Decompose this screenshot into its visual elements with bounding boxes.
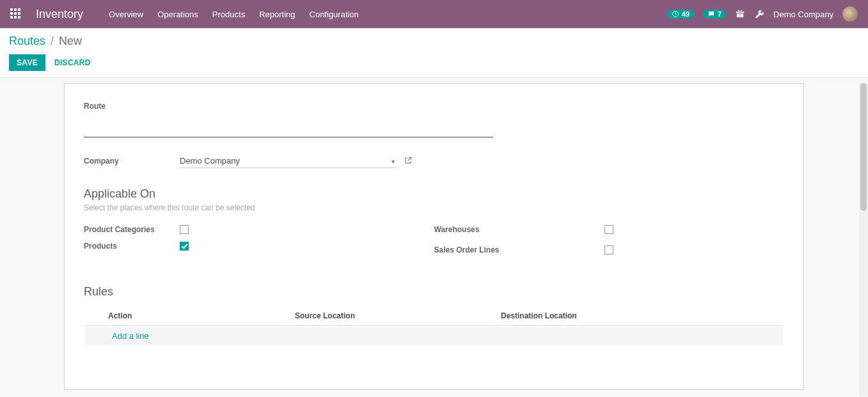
scrollbar-thumb[interactable]: [860, 83, 867, 211]
user-avatar[interactable]: [842, 6, 858, 22]
discuss-counter[interactable]: 7: [703, 10, 726, 19]
activity-count: 49: [682, 10, 690, 18]
product-categories-checkbox[interactable]: [180, 225, 189, 234]
route-label: Route: [84, 102, 784, 111]
breadcrumb-sep: /: [51, 35, 54, 48]
clock-icon: [672, 10, 679, 18]
route-input[interactable]: [84, 113, 493, 137]
chevron-down-icon[interactable]: ▾: [391, 158, 395, 165]
nav-products[interactable]: Products: [212, 10, 245, 19]
warehouses-checkbox[interactable]: [604, 225, 613, 234]
table-row: Add a line: [85, 327, 783, 345]
wrench-icon[interactable]: [754, 9, 764, 19]
nav-operations[interactable]: Operations: [157, 10, 198, 19]
app-brand[interactable]: Inventory: [36, 8, 83, 21]
msg-count: 7: [718, 10, 722, 18]
company-switcher[interactable]: Demo Company: [773, 10, 833, 19]
rules-table: Action Source Location Destination Locat…: [84, 305, 784, 346]
topbar: Inventory Overview Operations Products R…: [0, 0, 868, 28]
external-link-icon[interactable]: [404, 156, 413, 167]
breadcrumb: Routes / New: [9, 35, 859, 48]
save-button[interactable]: SAVE: [9, 54, 45, 71]
col-action[interactable]: Action: [85, 306, 290, 326]
activity-counter[interactable]: 49: [667, 10, 694, 19]
company-value: Demo Company: [180, 156, 240, 166]
warehouses-label: Warehouses: [434, 225, 604, 234]
col-destination-location[interactable]: Destination Location: [497, 306, 783, 326]
nav-menu: Overview Operations Products Reporting C…: [109, 10, 359, 19]
chat-icon: [707, 10, 715, 18]
gift-icon[interactable]: [735, 9, 745, 19]
products-label: Products: [84, 242, 180, 251]
scrollbar[interactable]: [859, 83, 868, 396]
add-line-link[interactable]: Add a line: [89, 331, 149, 341]
breadcrumb-parent[interactable]: Routes: [9, 35, 45, 48]
form-sheet: Route Company Demo Company ▾ Applicable …: [64, 83, 804, 390]
nav-overview[interactable]: Overview: [109, 10, 143, 19]
form-sheet-wrap: Route Company Demo Company ▾ Applicable …: [0, 78, 868, 392]
control-panel: Routes / New SAVE DISCARD: [0, 28, 868, 78]
section-applicable-on: Applicable On: [84, 187, 784, 201]
section-applicable-help: Select the places where this route can b…: [84, 203, 784, 212]
sales-order-lines-checkbox[interactable]: [604, 245, 613, 254]
col-source-location[interactable]: Source Location: [291, 306, 496, 326]
company-field[interactable]: Demo Company ▾: [180, 154, 397, 168]
nav-reporting[interactable]: Reporting: [259, 10, 295, 19]
section-rules: Rules: [84, 285, 784, 299]
company-label: Company: [84, 157, 180, 166]
product-categories-label: Product Categories: [84, 225, 180, 234]
nav-configuration[interactable]: Configuration: [310, 10, 359, 19]
discard-button[interactable]: DISCARD: [47, 54, 99, 71]
sales-order-lines-label: Sales Order Lines: [434, 245, 604, 254]
products-checkbox[interactable]: [180, 242, 189, 251]
apps-icon[interactable]: [10, 8, 22, 20]
breadcrumb-current: New: [59, 35, 82, 48]
